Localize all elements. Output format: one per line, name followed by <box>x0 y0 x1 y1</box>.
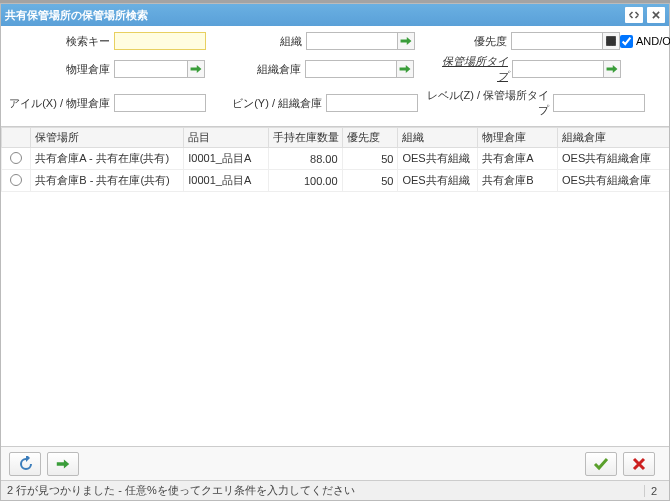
cell-qty: 88.00 <box>269 148 342 170</box>
expand-icon[interactable] <box>625 7 643 23</box>
footer-bar <box>1 446 669 480</box>
ok-button[interactable] <box>585 452 617 476</box>
row-radio[interactable] <box>10 152 22 164</box>
cell-phys-wh: 共有倉庫B <box>478 170 558 192</box>
aisle-label: アイル(X) / 物理倉庫 <box>9 96 114 111</box>
grid: 保管場所 品目 手持在庫数量 優先度 組織 物理倉庫 組織倉庫 保管場所タイプ … <box>1 126 669 466</box>
org-wh-input[interactable] <box>305 60 397 78</box>
search-key-input[interactable] <box>114 32 206 50</box>
org-wh-picker-icon[interactable] <box>396 60 414 78</box>
col-select[interactable] <box>2 128 31 148</box>
col-org[interactable]: 組織 <box>398 128 478 148</box>
bin-input[interactable] <box>326 94 418 112</box>
table-row[interactable]: 共有倉庫A - 共有在庫(共有)I0001_品目A88.0050OES共有組織共… <box>2 148 670 170</box>
status-page: 2 <box>644 485 663 497</box>
andor-checkbox[interactable] <box>620 35 633 48</box>
phys-wh-label: 物理倉庫 <box>9 62 114 77</box>
titlebar: 共有保管場所の保管場所検索 <box>1 4 669 26</box>
level-label: レベル(Z) / 保管場所タイプ <box>418 88 553 118</box>
priority-label: 優先度 <box>465 34 511 49</box>
cell-org-wh: OES共有組織倉庫 <box>558 148 669 170</box>
priority-input[interactable] <box>511 32 603 50</box>
status-text: 2 行が見つかりました - 任意%を使ってクエリ条件を入力してください <box>7 483 355 498</box>
loc-type-label: 保管場所タイプ <box>434 54 512 84</box>
org-input[interactable] <box>306 32 398 50</box>
bin-label: ビン(Y) / 組織倉庫 <box>216 96 326 111</box>
search-key-label: 検索キー <box>9 34 114 49</box>
loc-type-input[interactable] <box>512 60 604 78</box>
aisle-input[interactable] <box>114 94 206 112</box>
col-priority[interactable]: 優先度 <box>342 128 398 148</box>
col-qty[interactable]: 手持在庫数量 <box>269 128 342 148</box>
col-item[interactable]: 品目 <box>184 128 269 148</box>
cell-org-wh: OES共有組織倉庫 <box>558 170 669 192</box>
cell-locator: 共有倉庫B - 共有在庫(共有) <box>31 170 184 192</box>
col-locator[interactable]: 保管場所 <box>31 128 184 148</box>
andor-label: AND/OR <box>636 35 670 47</box>
cell-priority: 50 <box>342 170 398 192</box>
col-org-wh[interactable]: 組織倉庫 <box>558 128 669 148</box>
phys-wh-input[interactable] <box>114 60 188 78</box>
status-bar: 2 行が見つかりました - 任意%を使ってクエリ条件を入力してください 2 <box>1 480 669 500</box>
org-wh-label: 組織倉庫 <box>235 62 305 77</box>
cell-item: I0001_品目A <box>184 170 269 192</box>
cell-org: OES共有組織 <box>398 170 478 192</box>
org-label: 組織 <box>266 34 306 49</box>
row-radio[interactable] <box>10 174 22 186</box>
level-input[interactable] <box>553 94 645 112</box>
andor-toggle[interactable]: AND/OR <box>620 35 670 48</box>
priority-calc-icon[interactable] <box>602 32 620 50</box>
col-phys-wh[interactable]: 物理倉庫 <box>478 128 558 148</box>
cell-item: I0001_品目A <box>184 148 269 170</box>
dialog: 共有保管場所の保管場所検索 検索キー 組織 優先度 AND/OR <box>0 3 670 501</box>
loc-type-picker-icon[interactable] <box>603 60 621 78</box>
cell-priority: 50 <box>342 148 398 170</box>
cancel-button[interactable] <box>623 452 655 476</box>
refresh-button[interactable] <box>9 452 41 476</box>
cell-qty: 100.00 <box>269 170 342 192</box>
cell-locator: 共有倉庫A - 共有在庫(共有) <box>31 148 184 170</box>
search-area: 検索キー 組織 優先度 AND/OR 物理倉庫 組織倉庫 <box>1 26 669 126</box>
org-picker-icon[interactable] <box>397 32 415 50</box>
table-row[interactable]: 共有倉庫B - 共有在庫(共有)I0001_品目A100.0050OES共有組織… <box>2 170 670 192</box>
reset-button[interactable] <box>47 452 79 476</box>
cell-org: OES共有組織 <box>398 148 478 170</box>
close-icon[interactable] <box>647 7 665 23</box>
dialog-title: 共有保管場所の保管場所検索 <box>5 8 621 23</box>
cell-phys-wh: 共有倉庫A <box>478 148 558 170</box>
phys-wh-picker-icon[interactable] <box>187 60 205 78</box>
grid-header-row: 保管場所 品目 手持在庫数量 優先度 組織 物理倉庫 組織倉庫 保管場所タイプ … <box>2 128 670 148</box>
